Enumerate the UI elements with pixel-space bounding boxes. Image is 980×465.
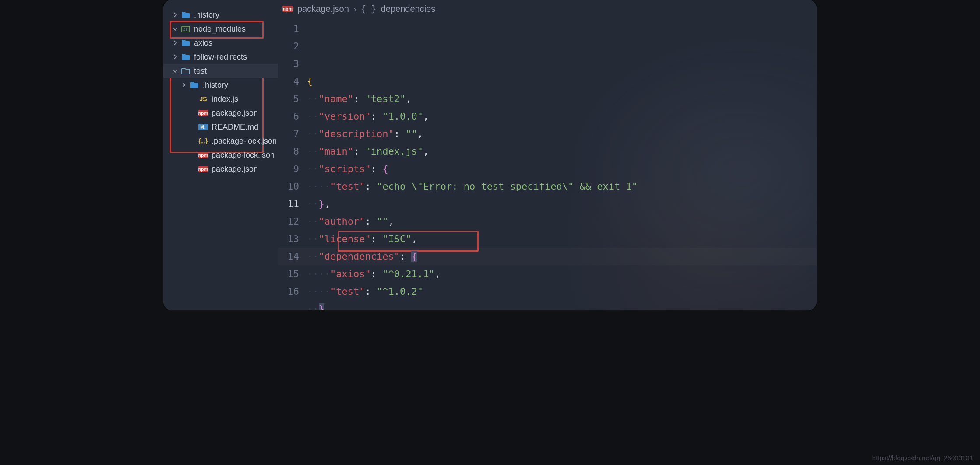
editor-window: .historyJSnode_modulesaxiosfollow-redire… [163,0,817,310]
line-number: 8 [278,143,299,160]
code-line[interactable]: ··"description": "", [307,125,817,143]
md-icon: M↓ [198,122,208,132]
chevron-right-icon[interactable] [171,53,179,61]
npm-icon: npm [198,164,208,174]
code-line[interactable]: ··}, [307,195,817,213]
tree-item[interactable]: npmpackage.json [163,162,278,176]
tree-item[interactable]: .history [163,8,278,22]
object-icon: { } [361,4,377,14]
tree-item[interactable]: test [163,64,278,78]
line-number: 1 [278,20,299,38]
line-number-gutter: 12345678910111213141516 [278,18,307,310]
line-number: 6 [278,108,299,125]
breadcrumb-section[interactable]: dependencies [381,4,436,14]
code-line[interactable]: ····"test": "^1.0.2" [307,283,817,300]
code-line[interactable]: ····"axios": "^0.21.1", [307,265,817,283]
tree-item[interactable]: follow-redirects [163,50,278,64]
line-number: 4 [278,73,299,90]
watermark-text: https://blog.csdn.net/qq_26003101 [872,454,973,461]
tree-item-label: .history [203,81,228,90]
twisty-spacer [189,95,197,103]
code-line[interactable]: { [307,73,817,90]
chevron-right-icon[interactable] [180,81,188,89]
tree-item-label: .package-lock.json [212,137,277,146]
line-number: 12 [278,213,299,230]
tree-item[interactable]: npmpackage-lock.json [163,148,278,162]
tree-item[interactable]: npmpackage.json [163,106,278,120]
svg-text:JS: JS [183,28,187,32]
code-line[interactable]: ··"version": "1.0.0", [307,108,817,125]
line-number: 10 [278,178,299,195]
twisty-spacer [189,137,197,145]
tree-item[interactable]: axios [163,36,278,50]
code-line[interactable]: ··"scripts": { [307,160,817,178]
line-number: 11 [278,195,299,213]
tree-item-label: test [194,67,207,76]
tree-item[interactable]: {‥}.package-lock.json [163,134,278,148]
chevron-down-icon[interactable] [171,67,179,75]
npm-icon: npm [198,108,208,118]
folder-icon [181,10,190,20]
line-number: 7 [278,125,299,143]
tree-item-label: .history [194,11,219,20]
breadcrumb-bar[interactable]: npm package.json › { } dependencies [278,0,817,18]
folder-icon [190,80,199,90]
chevron-right-icon[interactable] [171,11,179,19]
tree-item[interactable]: M↓README.md [163,120,278,134]
breadcrumb-file[interactable]: package.json [297,4,349,14]
code-line[interactable]: ····"test": "echo \"Error: no test speci… [307,178,817,195]
file-explorer-sidebar[interactable]: .historyJSnode_modulesaxiosfollow-redire… [163,0,278,310]
npm-icon: npm [282,6,293,12]
chevron-down-icon[interactable] [171,25,179,33]
tree-item[interactable]: JSindex.js [163,92,278,106]
folder-open-outline-icon [181,66,190,76]
tree-item-label: package.json [212,165,258,174]
code-content[interactable]: {··"name": "test2",··"version": "1.0.0",… [307,18,817,310]
chevron-right-icon: › [353,4,356,14]
tree-item[interactable]: .history [163,78,278,92]
code-area[interactable]: 12345678910111213141516 {··"name": "test… [278,18,817,310]
js-icon: JS [198,94,208,104]
line-number: 5 [278,90,299,108]
tree-item-label: package.json [212,109,258,118]
npm-icon: npm [198,150,208,160]
line-number: 2 [278,38,299,55]
twisty-spacer [189,165,197,173]
json-icon: {‥} [198,136,208,146]
tree-item-label: axios [194,39,212,48]
tree-item-label: package-lock.json [212,151,275,160]
tree-item-label: node_modules [194,25,246,34]
code-line[interactable]: ··"main": "index.js", [307,143,817,160]
twisty-spacer [189,151,197,159]
code-line[interactable]: ··"author": "", [307,213,817,230]
line-number: 15 [278,265,299,283]
chevron-right-icon[interactable] [171,39,179,47]
tree-item[interactable]: JSnode_modules [163,22,278,36]
twisty-spacer [189,123,197,131]
tree-item-label: follow-redirects [194,53,247,62]
line-number: 9 [278,160,299,178]
folder-icon [181,38,190,48]
tree-item-label: README.md [212,123,258,132]
code-editor: npm package.json › { } dependencies 1234… [278,0,817,310]
code-line[interactable]: ··"license": "ISC", [307,230,817,248]
code-line[interactable]: ··"dependencies": { [307,248,817,265]
code-line[interactable]: ··"name": "test2", [307,90,817,108]
folder-node-icon: JS [181,24,190,34]
tree-item-label: index.js [212,95,238,104]
line-number: 3 [278,55,299,73]
line-number: 13 [278,230,299,248]
folder-icon [181,52,190,62]
line-number: 16 [278,283,299,300]
code-line[interactable]: ··} [307,300,817,310]
twisty-spacer [189,109,197,117]
